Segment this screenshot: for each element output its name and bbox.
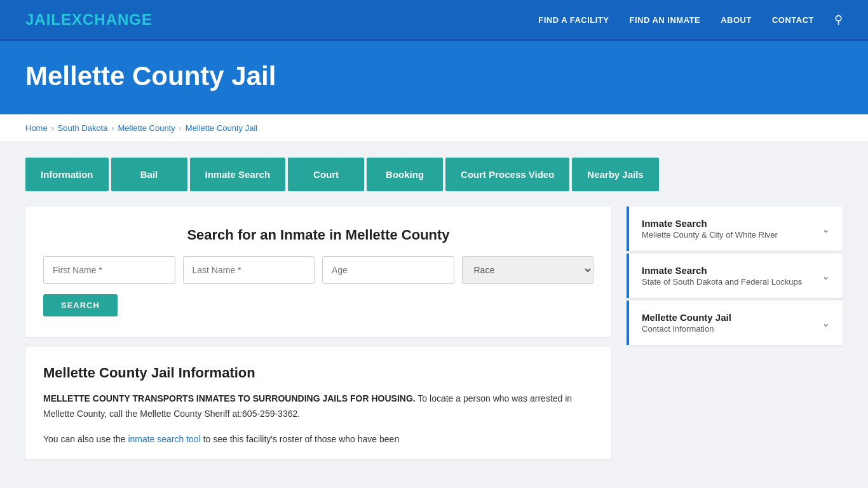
breadcrumb-sep-2: › — [111, 124, 114, 133]
sidebar-panel-2-line1: Inmate Search — [642, 265, 802, 276]
sidebar-panel-3-line1: Mellette County Jail — [642, 312, 731, 323]
info-paragraph-1: MELLETTE COUNTY TRANSPORTS INMATES TO SU… — [43, 391, 593, 422]
main-nav: FIND A FACILITY FIND AN INMATE ABOUT CON… — [538, 13, 843, 27]
search-fields: RaceWhiteBlackHispanicAsianOther — [43, 256, 593, 284]
first-name-input[interactable] — [43, 256, 175, 284]
age-input[interactable] — [322, 256, 454, 284]
tab-nearby-jails[interactable]: Nearby Jails — [572, 158, 658, 191]
chevron-down-icon-2: ⌄ — [822, 270, 830, 282]
search-icon-button[interactable]: ⚲ — [834, 13, 843, 27]
info-heading: Mellette County Jail Information — [43, 365, 593, 381]
sidebar-panel-1-title: Inmate Search Mellette County & City of … — [642, 218, 778, 240]
sidebar-panel-2-title: Inmate Search State of South Dakota and … — [642, 265, 802, 287]
site-logo[interactable]: JAILEXCHANGE — [25, 11, 153, 29]
sidebar-panel-3-header[interactable]: Mellette County Jail Contact Information… — [629, 301, 843, 345]
main-layout: Search for an Inmate in Mellette County … — [0, 191, 868, 485]
info-text-2: You can also use the — [43, 434, 128, 444]
logo-part2: XCHANGE — [72, 11, 153, 28]
info-paragraph-2: You can also use the inmate search tool … — [43, 432, 593, 447]
sidebar-panel-2-header[interactable]: Inmate Search State of South Dakota and … — [629, 254, 843, 298]
breadcrumb-south-dakota[interactable]: South Dakota — [58, 123, 108, 133]
hero-section: Mellette County Jail — [0, 41, 868, 114]
race-select[interactable]: RaceWhiteBlackHispanicAsianOther — [462, 256, 594, 284]
nav-contact[interactable]: CONTACT — [772, 15, 814, 25]
tab-bail[interactable]: Bail — [111, 158, 187, 191]
search-heading: Search for an Inmate in Mellette County — [43, 227, 593, 243]
sidebar-panel-3-line2: Contact Information — [642, 324, 731, 334]
info-bold: MELLETTE COUNTY TRANSPORTS INMATES TO SU… — [43, 393, 416, 403]
sidebar-panel-1-header[interactable]: Inmate Search Mellette County & City of … — [629, 207, 843, 251]
nav-find-facility[interactable]: FIND A FACILITY — [538, 15, 609, 25]
sidebar-panel-3: Mellette County Jail Contact Information… — [627, 301, 843, 345]
sidebar-panel-1: Inmate Search Mellette County & City of … — [627, 207, 843, 251]
page-title: Mellette County Jail — [25, 61, 843, 92]
search-button[interactable]: SEARCH — [43, 294, 118, 316]
tabs-container: Information Bail Inmate Search Court Boo… — [25, 158, 843, 191]
logo-part1: JAIL — [25, 11, 61, 28]
breadcrumb-sep-1: › — [51, 124, 54, 133]
nav-find-inmate[interactable]: FIND AN INMATE — [629, 15, 700, 25]
sidebar-panel-2-line2: State of South Dakota and Federal Lockup… — [642, 277, 802, 287]
breadcrumb: Home › South Dakota › Mellette County › … — [25, 123, 843, 133]
breadcrumb-mellette-county[interactable]: Mellette County — [118, 123, 175, 133]
info-box: Mellette County Jail Information MELLETT… — [25, 347, 611, 459]
inmate-search-link[interactable]: inmate search tool — [128, 434, 200, 444]
nav-about[interactable]: ABOUT — [721, 15, 752, 25]
sidebar-panel-1-line2: Mellette County & City of White River — [642, 230, 778, 240]
chevron-down-icon-3: ⌄ — [822, 317, 830, 329]
sidebar: Inmate Search Mellette County & City of … — [627, 207, 843, 459]
tab-information[interactable]: Information — [25, 158, 109, 191]
breadcrumb-sep-3: › — [179, 124, 182, 133]
tab-court[interactable]: Court — [288, 158, 364, 191]
chevron-down-icon-1: ⌄ — [822, 223, 830, 235]
breadcrumb-home[interactable]: Home — [25, 123, 48, 133]
inmate-search-box: Search for an Inmate in Mellette County … — [25, 207, 611, 337]
content-area: Search for an Inmate in Mellette County … — [25, 207, 611, 459]
tab-inmate-search[interactable]: Inmate Search — [190, 158, 286, 191]
logo-highlight: E — [61, 11, 72, 28]
sidebar-panel-3-title: Mellette County Jail Contact Information — [642, 312, 731, 334]
last-name-input[interactable] — [183, 256, 315, 284]
tab-booking[interactable]: Booking — [367, 158, 443, 191]
sidebar-panel-1-line1: Inmate Search — [642, 218, 778, 229]
breadcrumb-bar: Home › South Dakota › Mellette County › … — [0, 114, 868, 142]
sidebar-panel-2: Inmate Search State of South Dakota and … — [627, 254, 843, 298]
site-header: JAILEXCHANGE FIND A FACILITY FIND AN INM… — [0, 0, 868, 41]
tab-court-process-video[interactable]: Court Process Video — [445, 158, 569, 191]
tab-navigation: Information Bail Inmate Search Court Boo… — [0, 142, 868, 191]
breadcrumb-current[interactable]: Mellette County Jail — [186, 123, 257, 133]
info-text-3: to see this facility's roster of those w… — [201, 434, 399, 444]
